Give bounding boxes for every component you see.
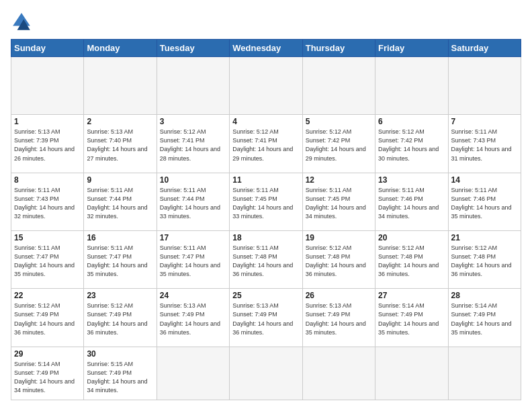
day-number: 8	[14, 175, 81, 185]
day-info: Sunrise: 5:12 AM Sunset: 7:48 PM Dayligh…	[306, 244, 372, 279]
day-number: 9	[87, 175, 153, 185]
day-number: 23	[87, 291, 153, 300]
calendar-cell: 12Sunrise: 5:11 AM Sunset: 7:45 PM Dayli…	[302, 173, 375, 230]
day-info: Sunrise: 5:11 AM Sunset: 7:43 PM Dayligh…	[451, 128, 518, 163]
calendar-cell: 13Sunrise: 5:11 AM Sunset: 7:46 PM Dayli…	[375, 173, 448, 230]
day-info: Sunrise: 5:11 AM Sunset: 7:43 PM Dayligh…	[14, 186, 81, 221]
day-number: 2	[87, 117, 153, 126]
logo-icon	[11, 11, 32, 32]
col-header-monday: Monday	[84, 40, 157, 57]
calendar-cell: 2Sunrise: 5:13 AM Sunset: 7:40 PM Daylig…	[84, 115, 157, 173]
day-info: Sunrise: 5:12 AM Sunset: 7:49 PM Dayligh…	[14, 302, 81, 336]
calendar-cell: 14Sunrise: 5:11 AM Sunset: 7:46 PM Dayli…	[448, 173, 521, 230]
day-info: Sunrise: 5:12 AM Sunset: 7:48 PM Dayligh…	[451, 244, 518, 279]
day-number: 29	[14, 349, 81, 359]
day-number: 16	[87, 233, 153, 242]
day-info: Sunrise: 5:11 AM Sunset: 7:47 PM Dayligh…	[160, 244, 226, 279]
day-info: Sunrise: 5:14 AM Sunset: 7:49 PM Dayligh…	[378, 302, 445, 336]
calendar-cell: 4Sunrise: 5:12 AM Sunset: 7:41 PM Daylig…	[230, 115, 302, 173]
calendar-cell: 23Sunrise: 5:12 AM Sunset: 7:49 PM Dayli…	[84, 289, 157, 347]
calendar-cell: 30Sunrise: 5:15 AM Sunset: 7:49 PM Dayli…	[84, 347, 157, 400]
calendar-cell: 19Sunrise: 5:12 AM Sunset: 7:48 PM Dayli…	[302, 231, 375, 289]
day-info: Sunrise: 5:14 AM Sunset: 7:49 PM Dayligh…	[451, 302, 518, 336]
day-number: 21	[451, 233, 518, 242]
day-info: Sunrise: 5:12 AM Sunset: 7:42 PM Dayligh…	[378, 128, 445, 163]
calendar-cell: 28Sunrise: 5:14 AM Sunset: 7:49 PM Dayli…	[448, 289, 521, 347]
calendar-cell: 3Sunrise: 5:12 AM Sunset: 7:41 PM Daylig…	[157, 115, 229, 173]
day-number: 15	[14, 233, 81, 242]
week-row-5: 29Sunrise: 5:14 AM Sunset: 7:49 PM Dayli…	[11, 347, 521, 400]
header-row: SundayMondayTuesdayWednesdayThursdayFrid…	[11, 40, 521, 57]
calendar-cell: 10Sunrise: 5:11 AM Sunset: 7:44 PM Dayli…	[157, 173, 229, 230]
calendar-cell	[11, 57, 84, 115]
day-number: 12	[306, 175, 372, 185]
day-info: Sunrise: 5:11 AM Sunset: 7:44 PM Dayligh…	[87, 186, 153, 221]
page: SundayMondayTuesdayWednesdayThursdayFrid…	[0, 0, 532, 411]
calendar-cell: 5Sunrise: 5:12 AM Sunset: 7:42 PM Daylig…	[302, 115, 375, 173]
week-row-4: 22Sunrise: 5:12 AM Sunset: 7:49 PM Dayli…	[11, 289, 521, 347]
calendar-cell: 29Sunrise: 5:14 AM Sunset: 7:49 PM Dayli…	[11, 347, 84, 400]
day-number: 1	[14, 117, 81, 126]
calendar-cell: 20Sunrise: 5:12 AM Sunset: 7:48 PM Dayli…	[375, 231, 448, 289]
calendar-cell: 1Sunrise: 5:13 AM Sunset: 7:39 PM Daylig…	[11, 115, 84, 173]
calendar-cell: 11Sunrise: 5:11 AM Sunset: 7:45 PM Dayli…	[230, 173, 302, 230]
day-number: 27	[378, 291, 445, 300]
calendar-cell	[375, 347, 448, 400]
day-number: 26	[306, 291, 372, 300]
calendar-cell: 8Sunrise: 5:11 AM Sunset: 7:43 PM Daylig…	[11, 173, 84, 230]
day-number: 7	[451, 117, 518, 126]
day-number: 17	[160, 233, 226, 242]
day-number: 3	[160, 117, 226, 126]
calendar-cell: 26Sunrise: 5:13 AM Sunset: 7:49 PM Dayli…	[302, 289, 375, 347]
day-number: 5	[306, 117, 372, 126]
day-number: 22	[14, 291, 81, 300]
day-number: 24	[160, 291, 226, 300]
day-info: Sunrise: 5:11 AM Sunset: 7:46 PM Dayligh…	[451, 186, 518, 221]
week-row-2: 8Sunrise: 5:11 AM Sunset: 7:43 PM Daylig…	[11, 173, 521, 230]
day-number: 30	[87, 349, 153, 359]
day-info: Sunrise: 5:12 AM Sunset: 7:48 PM Dayligh…	[378, 244, 445, 279]
calendar-cell	[302, 57, 375, 115]
day-info: Sunrise: 5:11 AM Sunset: 7:46 PM Dayligh…	[378, 186, 445, 221]
day-info: Sunrise: 5:13 AM Sunset: 7:39 PM Dayligh…	[14, 128, 81, 163]
col-header-friday: Friday	[375, 40, 448, 57]
week-row-3: 15Sunrise: 5:11 AM Sunset: 7:47 PM Dayli…	[11, 231, 521, 289]
calendar-cell: 24Sunrise: 5:13 AM Sunset: 7:49 PM Dayli…	[157, 289, 229, 347]
day-info: Sunrise: 5:12 AM Sunset: 7:49 PM Dayligh…	[87, 302, 153, 336]
col-header-saturday: Saturday	[448, 40, 521, 57]
day-info: Sunrise: 5:12 AM Sunset: 7:41 PM Dayligh…	[160, 128, 226, 163]
header	[11, 11, 521, 32]
day-info: Sunrise: 5:11 AM Sunset: 7:48 PM Dayligh…	[232, 244, 299, 279]
calendar-cell	[375, 57, 448, 115]
calendar-cell	[448, 347, 521, 400]
day-number: 6	[378, 117, 445, 126]
day-number: 25	[232, 291, 299, 300]
calendar-cell: 25Sunrise: 5:13 AM Sunset: 7:49 PM Dayli…	[230, 289, 302, 347]
day-info: Sunrise: 5:11 AM Sunset: 7:47 PM Dayligh…	[87, 244, 153, 279]
day-info: Sunrise: 5:11 AM Sunset: 7:45 PM Dayligh…	[232, 186, 299, 221]
calendar-cell	[302, 347, 375, 400]
day-info: Sunrise: 5:11 AM Sunset: 7:44 PM Dayligh…	[160, 186, 226, 221]
calendar-cell: 6Sunrise: 5:12 AM Sunset: 7:42 PM Daylig…	[375, 115, 448, 173]
calendar-cell: 9Sunrise: 5:11 AM Sunset: 7:44 PM Daylig…	[84, 173, 157, 230]
calendar-cell: 27Sunrise: 5:14 AM Sunset: 7:49 PM Dayli…	[375, 289, 448, 347]
day-info: Sunrise: 5:13 AM Sunset: 7:49 PM Dayligh…	[232, 302, 299, 336]
day-number: 19	[306, 233, 372, 242]
day-info: Sunrise: 5:11 AM Sunset: 7:45 PM Dayligh…	[306, 186, 372, 221]
col-header-sunday: Sunday	[11, 40, 84, 57]
week-row-0	[11, 57, 521, 115]
day-number: 14	[451, 175, 518, 185]
day-info: Sunrise: 5:13 AM Sunset: 7:49 PM Dayligh…	[160, 302, 226, 336]
calendar-cell: 21Sunrise: 5:12 AM Sunset: 7:48 PM Dayli…	[448, 231, 521, 289]
calendar-cell: 22Sunrise: 5:12 AM Sunset: 7:49 PM Dayli…	[11, 289, 84, 347]
day-info: Sunrise: 5:11 AM Sunset: 7:47 PM Dayligh…	[14, 244, 81, 279]
day-info: Sunrise: 5:12 AM Sunset: 7:42 PM Dayligh…	[306, 128, 372, 163]
calendar-cell	[157, 57, 229, 115]
day-info: Sunrise: 5:12 AM Sunset: 7:41 PM Dayligh…	[232, 128, 299, 163]
calendar-cell: 7Sunrise: 5:11 AM Sunset: 7:43 PM Daylig…	[448, 115, 521, 173]
calendar-cell: 15Sunrise: 5:11 AM Sunset: 7:47 PM Dayli…	[11, 231, 84, 289]
calendar-cell: 16Sunrise: 5:11 AM Sunset: 7:47 PM Dayli…	[84, 231, 157, 289]
day-number: 10	[160, 175, 226, 185]
col-header-wednesday: Wednesday	[230, 40, 302, 57]
calendar-cell: 18Sunrise: 5:11 AM Sunset: 7:48 PM Dayli…	[230, 231, 302, 289]
